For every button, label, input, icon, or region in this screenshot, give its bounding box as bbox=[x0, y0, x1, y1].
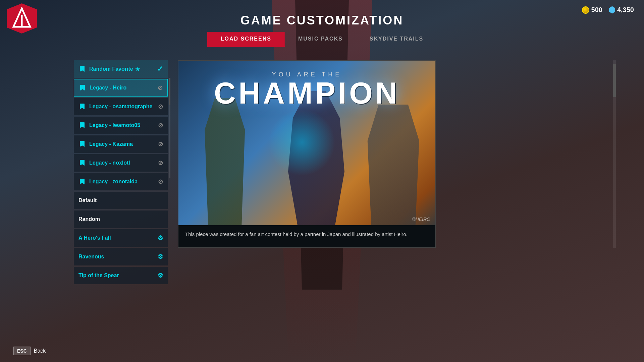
star-icon: ★ bbox=[135, 66, 140, 72]
coin-icon bbox=[582, 6, 589, 14]
check-icon: ✓ bbox=[157, 65, 163, 73]
lock-icon: ⊘ bbox=[158, 159, 163, 167]
list-item-tip-of-the-spear[interactable]: Tip of the Spear ⚙ bbox=[74, 267, 168, 284]
champion-text: CHAMPION bbox=[178, 78, 435, 108]
figure-left bbox=[191, 98, 258, 225]
list-item-label: Random Favorite bbox=[89, 66, 133, 72]
list-item-label: Legacy - Heiro bbox=[90, 85, 126, 91]
bookmark-icon bbox=[78, 140, 86, 148]
list-item-label: Ravenous bbox=[78, 254, 104, 260]
back-label: Back bbox=[34, 348, 46, 354]
champion-overlay: YOU ARE THE CHAMPION bbox=[178, 71, 435, 108]
currency-bar: 500 4,350 bbox=[572, 0, 644, 20]
list-item-label: Legacy - zonotaida bbox=[89, 179, 138, 185]
craft-icon bbox=[609, 6, 615, 14]
list-item-random[interactable]: Random bbox=[74, 210, 168, 228]
coin-currency: 500 bbox=[582, 6, 602, 14]
bookmark-icon bbox=[78, 178, 86, 185]
list-item-legacy-kazama[interactable]: Legacy - Kazama ⊘ bbox=[74, 135, 168, 153]
list-item-label: Legacy - osamatographe bbox=[89, 104, 153, 110]
list-item-legacy-iwamoto05[interactable]: Legacy - Iwamoto05 ⊘ bbox=[74, 117, 168, 134]
main-content: YOU ARE THE CHAMPION ©HEIRO This piece w… bbox=[178, 60, 610, 335]
gear-icon: ⚙ bbox=[158, 272, 163, 279]
bookmark-icon bbox=[79, 84, 86, 92]
list-item-label: Legacy - Iwamoto05 bbox=[89, 122, 140, 128]
list-item-legacy-zonotaida[interactable]: Legacy - zonotaida ⊘ bbox=[74, 173, 168, 190]
preview-caption: This piece was created for a fan art con… bbox=[178, 225, 435, 248]
apex-logo-inner bbox=[7, 3, 37, 34]
coin-amount: 500 bbox=[591, 6, 602, 14]
lock-icon: ⊘ bbox=[158, 178, 163, 185]
tab-skydive-trails[interactable]: SKYDIVE TRAILS bbox=[356, 32, 437, 47]
lock-icon: ⊘ bbox=[158, 122, 163, 129]
list-item-label: Tip of the Spear bbox=[78, 273, 119, 279]
gear-icon: ⚙ bbox=[158, 253, 163, 260]
gear-icon: ⚙ bbox=[158, 234, 163, 242]
tab-load-screens[interactable]: LOAD SCREENS bbox=[207, 32, 285, 47]
bookmark-icon bbox=[78, 103, 86, 110]
figure-right bbox=[357, 105, 430, 225]
lock-icon: ⊘ bbox=[158, 84, 163, 92]
craft-currency: 4,350 bbox=[609, 6, 634, 14]
list-item-label: Legacy - Kazama bbox=[89, 141, 133, 147]
list-item-label: Default bbox=[78, 197, 97, 203]
preview-scroll-thumb bbox=[613, 64, 616, 97]
craft-amount: 4,350 bbox=[617, 6, 634, 14]
esc-key[interactable]: ESC bbox=[13, 347, 31, 355]
left-panel: Random Favorite ★ ✓ Legacy - Heiro ⊘ Leg… bbox=[74, 60, 168, 286]
list-item-label: Random bbox=[78, 216, 100, 222]
bookmark-icon bbox=[78, 65, 86, 73]
bookmark-icon bbox=[78, 159, 86, 167]
preview-scrollbar[interactable] bbox=[613, 60, 616, 248]
list-item-ravenous[interactable]: Ravenous ⚙ bbox=[74, 248, 168, 265]
list-item-label: Legacy - noxlotl bbox=[89, 160, 130, 166]
bookmark-icon bbox=[78, 122, 86, 129]
preview-image: YOU ARE THE CHAMPION ©HEIRO bbox=[178, 61, 435, 225]
list-item-default[interactable]: Default bbox=[74, 192, 168, 209]
blue-glow bbox=[268, 109, 335, 176]
list-item-heros-fall[interactable]: A Hero's Fall ⚙ bbox=[74, 229, 168, 247]
list-item-legacy-noxlotl[interactable]: Legacy - noxlotl ⊘ bbox=[74, 154, 168, 172]
list-item-legacy-heiro[interactable]: Legacy - Heiro ⊘ bbox=[74, 79, 168, 97]
bottom-bar: ESC Back bbox=[13, 347, 46, 355]
list-item-random-fav[interactable]: Random Favorite ★ ✓ bbox=[74, 60, 168, 78]
tab-music-packs[interactable]: MUSIC PACKS bbox=[285, 32, 356, 47]
tab-bar: LOAD SCREENS MUSIC PACKS SKYDIVE TRAILS bbox=[207, 32, 437, 47]
scrollbar[interactable] bbox=[169, 78, 170, 178]
list-item-legacy-osamatographe[interactable]: Legacy - osamatographe ⊘ bbox=[74, 98, 168, 115]
list-item-label: A Hero's Fall bbox=[78, 235, 111, 241]
copyright-watermark: ©HEIRO bbox=[412, 217, 430, 222]
preview-container: YOU ARE THE CHAMPION ©HEIRO This piece w… bbox=[178, 60, 436, 248]
lock-icon: ⊘ bbox=[158, 140, 163, 148]
page-title: GAME CUSTOMIZATION bbox=[240, 13, 404, 27]
scroll-thumb bbox=[169, 78, 170, 105]
lock-icon: ⊘ bbox=[158, 103, 163, 110]
apex-logo bbox=[7, 3, 37, 34]
